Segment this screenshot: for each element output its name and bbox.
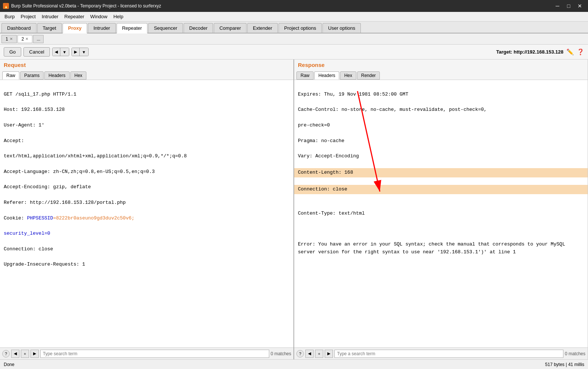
cancel-button[interactable]: Cancel xyxy=(23,47,50,57)
response-content: Expires: Thu, 19 Nov 1981 08:52:00 GMT C… xyxy=(294,80,588,347)
request-tab-raw[interactable]: Raw xyxy=(2,71,19,80)
nav-back-button[interactable]: ◀ xyxy=(53,48,60,56)
request-tab-headers[interactable]: Headers xyxy=(44,71,69,80)
security-level: security_level=0 xyxy=(4,231,50,236)
titlebar: 🔥 Burp Suite Professional v2.0beta - Tem… xyxy=(0,0,588,12)
edit-target-button[interactable]: ✏️ xyxy=(566,48,574,55)
response-search-next-button[interactable]: + xyxy=(315,350,323,358)
status-done: Done xyxy=(4,362,15,367)
request-search-prev-button[interactable]: ◀ xyxy=(11,350,19,358)
resp-expires: Expires: Thu, 19 Nov 1981 08:52:00 GMT xyxy=(298,92,408,97)
resp-vary: Vary: Accept-Encoding xyxy=(298,153,359,159)
tab-dashboard[interactable]: Dashboard xyxy=(1,23,36,33)
request-tab-hex[interactable]: Hex xyxy=(70,71,86,80)
tab-decoder[interactable]: Decoder xyxy=(184,23,213,33)
menu-help[interactable]: Help xyxy=(110,13,126,20)
tab-sequencer[interactable]: Sequencer xyxy=(148,23,183,33)
response-text: Expires: Thu, 19 Nov 1981 08:52:00 GMT C… xyxy=(298,83,584,264)
tab-target[interactable]: Target xyxy=(37,23,62,33)
request-title: Request xyxy=(0,60,293,70)
request-connection: Connection: close xyxy=(4,246,53,252)
request-search-bar: ? ◀ + ▶ 0 matches xyxy=(0,347,293,359)
request-search-help-button[interactable]: ? xyxy=(2,350,10,357)
request-search-input[interactable] xyxy=(40,350,269,358)
maximize-button[interactable]: □ xyxy=(563,1,574,11)
close-button[interactable]: ✕ xyxy=(575,1,585,11)
repeater-tab-1[interactable]: 1 ✕ xyxy=(1,35,17,43)
request-accept-value: text/html,application/xhtml+xml,applicat… xyxy=(4,153,187,159)
resp-content-length: Content-Length: 168 xyxy=(294,168,588,177)
repeater-tab-more[interactable]: ... xyxy=(33,35,44,43)
request-upgrade: Upgrade-Insecure-Requests: 1 xyxy=(4,261,85,267)
toolbar: Go Cancel ◀ ▼ ▶ ▼ Target: http://192.168… xyxy=(0,45,588,60)
request-host: Host: 192.168.153.128 xyxy=(4,107,65,112)
tab-comparer[interactable]: Comparer xyxy=(214,23,247,33)
resp-error: Error: You have an error in your SQL syn… xyxy=(298,241,568,255)
response-tab-hex[interactable]: Hex xyxy=(340,71,356,80)
nav-fwd-dropdown-button[interactable]: ▼ xyxy=(80,48,88,56)
tab-project-options[interactable]: Project options xyxy=(279,23,322,33)
target-info: Target: http://192.168.153.128 ✏️ ❓ xyxy=(496,48,584,55)
repeater-tab-2-close[interactable]: ✕ xyxy=(25,37,28,41)
titlebar-title: Burp Suite Professional v2.0beta - Tempo… xyxy=(11,3,161,9)
response-search-help-button[interactable]: ? xyxy=(296,350,304,357)
response-search-next2-button[interactable]: ▶ xyxy=(325,350,333,358)
response-search-prev-button[interactable]: ◀ xyxy=(305,350,314,358)
minimize-button[interactable]: ─ xyxy=(552,1,563,11)
request-content: GET /sqli_17.php HTTP/1.1 Host: 192.168.… xyxy=(0,80,293,347)
menu-burp[interactable]: Burp xyxy=(1,13,18,20)
target-label: Target: http://192.168.153.128 xyxy=(496,49,563,55)
response-search-matches: 0 matches xyxy=(565,351,585,356)
status-size: 517 bytes | 41 millis xyxy=(545,362,584,367)
request-accept-language: Accept-Language: zh-CN,zh;q=0.8,en-US;q=… xyxy=(4,169,155,174)
menu-repeater[interactable]: Repeater xyxy=(61,13,87,20)
response-search-input[interactable] xyxy=(334,350,563,358)
target-help-button[interactable]: ❓ xyxy=(577,48,584,55)
request-cookie-line: Cookie: PHPSESSID=8222br0aseuno9gd3duv2c… xyxy=(4,215,134,221)
repeater-tab-2-label: 2 xyxy=(22,36,24,42)
statusbar: Done 517 bytes | 41 millis xyxy=(0,359,588,369)
response-pane: Response Raw Headers Hex Render Expires:… xyxy=(294,60,588,359)
tab-user-options[interactable]: User options xyxy=(322,23,361,33)
resp-cache-control: Cache-Control: no-store, no-cache, must-… xyxy=(298,107,487,112)
titlebar-left: 🔥 Burp Suite Professional v2.0beta - Tem… xyxy=(3,3,161,9)
response-tab-headers[interactable]: Headers xyxy=(314,71,339,80)
fwd-nav-group: ▶ ▼ xyxy=(71,48,89,56)
request-tabs: Raw Params Headers Hex xyxy=(0,70,293,80)
repeater-tab-1-close[interactable]: ✕ xyxy=(10,37,13,41)
response-tab-raw[interactable]: Raw xyxy=(296,71,314,80)
titlebar-controls: ─ □ ✕ xyxy=(552,1,585,11)
tab-intruder[interactable]: Intruder xyxy=(88,23,116,33)
main-content: Request Raw Params Headers Hex GET /sqli… xyxy=(0,60,588,359)
tab-proxy[interactable]: Proxy xyxy=(63,23,87,33)
app-icon: 🔥 xyxy=(3,3,9,9)
request-search-next2-button[interactable]: ▶ xyxy=(31,350,39,358)
request-tab-params[interactable]: Params xyxy=(20,71,44,80)
back-nav-group: ◀ ▼ xyxy=(52,48,69,56)
nav-fwd-button[interactable]: ▶ xyxy=(72,48,80,56)
resp-connection: Connection: close xyxy=(294,185,588,194)
request-search-next-button[interactable]: + xyxy=(21,350,29,358)
repeater-tab-2[interactable]: 2 ✕ xyxy=(18,35,33,43)
menu-intruder[interactable]: Intruder xyxy=(39,13,61,20)
request-referer: Referer: http://192.168.153.128/portal.p… xyxy=(4,200,126,205)
go-button[interactable]: Go xyxy=(4,47,21,57)
request-pane: Request Raw Params Headers Hex GET /sqli… xyxy=(0,60,294,359)
resp-precheck: pre-check=0 xyxy=(298,122,330,128)
response-tab-render[interactable]: Render xyxy=(357,71,380,80)
request-line1: GET /sqli_17.php HTTP/1.1 xyxy=(4,92,76,97)
cookie-value: =8222br0aseuno9gd3duv2c50v6; xyxy=(53,215,134,221)
request-search-matches: 0 matches xyxy=(271,351,291,356)
menu-window[interactable]: Window xyxy=(87,13,110,20)
request-text: GET /sqli_17.php HTTP/1.1 Host: 192.168.… xyxy=(4,83,290,276)
menu-project[interactable]: Project xyxy=(18,13,38,20)
response-search-bar: ? ◀ + ▶ 0 matches xyxy=(294,347,588,359)
request-accept-label: Accept: xyxy=(4,138,24,144)
menubar: Burp Project Intruder Repeater Window He… xyxy=(0,12,588,22)
nav-back-dropdown-button[interactable]: ▼ xyxy=(60,48,69,56)
main-tabbar: Dashboard Target Proxy Intruder Repeater… xyxy=(0,22,588,33)
resp-pragma: Pragma: no-cache xyxy=(298,138,344,144)
tab-repeater[interactable]: Repeater xyxy=(117,23,147,33)
tab-extender[interactable]: Extender xyxy=(247,23,278,33)
resp-content-type: Content-Type: text/html xyxy=(298,211,365,216)
